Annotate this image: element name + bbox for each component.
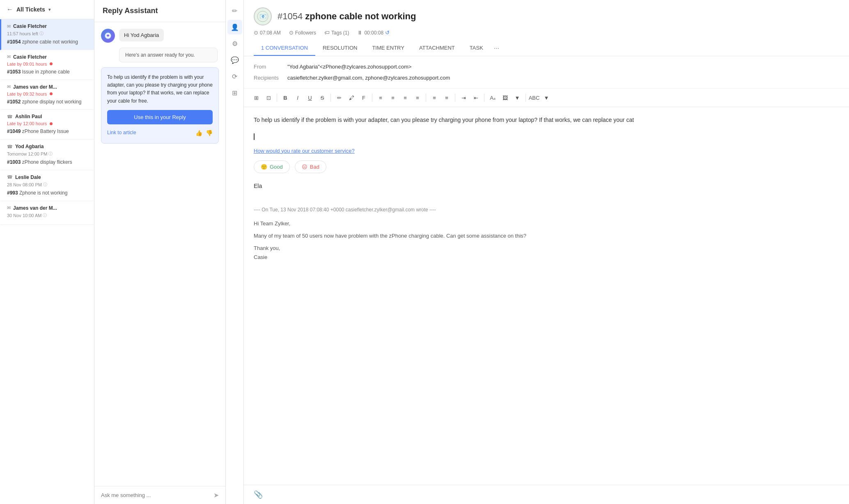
tab-time-entry[interactable]: TIME ENTRY xyxy=(365,41,412,56)
email-meta: From "Yod Agbaria"<zPhone@zylcares.zohos… xyxy=(244,56,849,89)
toolbar-copy-icon[interactable]: ⊡ xyxy=(263,92,274,103)
dropdown-arrow-icon[interactable]: ▾ xyxy=(48,7,51,12)
ticket-meta-row: ⊙ 07:08 AM ⊙ Followers 🏷 Tags (1) ⏸ 00:0… xyxy=(254,30,839,36)
toolbar-align-right[interactable]: ≡ xyxy=(399,92,411,103)
back-button[interactable]: ← xyxy=(7,6,13,13)
edit-icon[interactable]: ✏ xyxy=(227,3,242,18)
reply-assistant-panel: Reply Assistant Hi Yod Agbaria Here's an… xyxy=(94,0,226,504)
pause-icon[interactable]: ⏸ xyxy=(357,30,363,36)
use-reply-button[interactable]: Use this in your Reply xyxy=(107,110,213,124)
toolbar-more[interactable]: ▼ xyxy=(512,92,523,103)
rating-buttons: 🙂 Good ☹ Bad xyxy=(254,160,839,173)
toolbar-sep-5 xyxy=(455,94,455,102)
ticket-time: Late by 09:32 hours xyxy=(7,92,88,96)
toolbar-highlight[interactable]: 🖍 xyxy=(346,92,357,103)
toolbar-bold[interactable]: B xyxy=(280,92,291,103)
ticket-time: 11:57 hours left ⓘ xyxy=(7,31,88,37)
editor-toolbar: ⊞ ⊡ B I U S ✏ 🖍 F ≡ ≡ ≡ ≡ ≡ ≡ ⇥ ⇤ Aₐ 🖼 ▼ xyxy=(244,89,849,107)
ticket-type-icon: ☎ xyxy=(7,174,13,180)
toolbar-image[interactable]: 🖼 xyxy=(499,92,511,103)
toolbar-font[interactable]: F xyxy=(358,92,369,103)
attachment-icon[interactable]: 📎 xyxy=(254,490,263,499)
ticket-author: Leslie Dale xyxy=(15,174,41,180)
toolbar-abc-dropdown[interactable]: ▼ xyxy=(541,92,552,103)
good-emoji: 🙂 xyxy=(261,164,267,170)
ticket-header: 📧 #1054 zphone cable not working ⊙ 07:08… xyxy=(244,0,849,56)
tab-1-conversation[interactable]: 1 CONVERSATION xyxy=(254,41,315,56)
ticket-avatar: 📧 xyxy=(254,7,272,25)
send-icon[interactable]: ➤ xyxy=(213,491,219,499)
settings-icon[interactable]: ⚙ xyxy=(227,36,242,51)
tab-attachment[interactable]: ATTACHMENT xyxy=(412,41,462,56)
ticket-type-icon: ☎ xyxy=(7,144,13,149)
chat-input[interactable] xyxy=(101,492,210,498)
ticket-timer[interactable]: ⏸ 00:00:08 ↺ xyxy=(357,30,390,36)
reply-assistant-title: Reply Assistant xyxy=(103,7,158,15)
greeting-bubble: Hi Yod Agbaria xyxy=(119,29,164,41)
ticket-title-row: 📧 #1054 zphone cable not working xyxy=(254,7,839,25)
thumbs-down-icon[interactable]: 👎 xyxy=(206,128,213,137)
toolbar-outdent[interactable]: ⇤ xyxy=(470,92,482,103)
toolbar-align-left[interactable]: ≡ xyxy=(375,92,386,103)
link-to-article[interactable]: Link to article 👍 👎 xyxy=(107,128,213,137)
toolbar-sep-1 xyxy=(277,94,277,102)
editor-content[interactable]: To help us identify if the problem is wi… xyxy=(244,107,849,485)
from-label: From xyxy=(254,64,282,70)
from-value: "Yod Agbaria"<zPhone@zylcares.zohosuppor… xyxy=(287,64,411,70)
ticket-item-6[interactable]: ✉ James van der M... 30 Nov 10:00 AM ⓘ xyxy=(0,201,94,225)
ticket-subject: #1053 Issue in zphone cable xyxy=(7,69,88,76)
toolbar-sep-3 xyxy=(372,94,372,102)
toolbar-italic[interactable]: I xyxy=(292,92,303,103)
recipients-label: Recipients xyxy=(254,75,282,81)
ticket-item-1[interactable]: ✉ Casie Fletcher Late by 09:01 hours #10… xyxy=(0,50,94,80)
ticket-type-icon: ✉ xyxy=(7,54,11,60)
ticket-item-4[interactable]: ☎ Yod Agbaria Tomorrow 12:00 PM ⓘ #1003 … xyxy=(0,140,94,170)
ticket-time: ⊙ 07:08 AM xyxy=(254,30,281,36)
toolbar-align-justify[interactable]: ≡ xyxy=(412,92,423,103)
bot-greeting-message: Hi Yod Agbaria xyxy=(101,29,219,43)
ticket-subject: #993 Zphone is not working xyxy=(7,190,88,197)
ticket-item-5[interactable]: ☎ Leslie Dale 28 Nov 08:00 PM ⓘ #993 Zph… xyxy=(0,170,94,201)
ticket-item-2[interactable]: ✉ James van der M... Late by 09:32 hours… xyxy=(0,80,94,110)
ticket-item-3[interactable]: ☎ Ashlin Paul Late by 12:00 hours #1049 … xyxy=(0,110,94,140)
toolbar-align-center[interactable]: ≡ xyxy=(387,92,399,103)
toolbar-indent[interactable]: ⇥ xyxy=(458,92,469,103)
ticket-item-0[interactable]: ✉ Casie Fletcher 11:57 hours left ⓘ #105… xyxy=(0,19,94,50)
tab-more-button[interactable]: ⋯ xyxy=(491,41,503,55)
ticket-followers[interactable]: ⊙ Followers xyxy=(289,30,316,36)
rating-link[interactable]: How would you rate our customer service? xyxy=(254,147,839,156)
from-field: From "Yod Agbaria"<zPhone@zylcares.zohos… xyxy=(254,61,839,72)
bad-button[interactable]: ☹ Bad xyxy=(295,160,326,173)
thumbs-up-icon[interactable]: 👍 xyxy=(195,128,202,137)
history-icon[interactable]: ⟳ xyxy=(227,69,242,84)
toolbar-format[interactable]: Aₐ xyxy=(487,92,498,103)
system-message: Here's an answer ready for you. xyxy=(119,48,218,62)
toolbar-insert-icon[interactable]: ⊞ xyxy=(250,92,262,103)
layers-icon[interactable]: ⊞ xyxy=(227,85,242,100)
toolbar-list-ul[interactable]: ≡ xyxy=(429,92,440,103)
good-button[interactable]: 🙂 Good xyxy=(254,160,290,173)
ticket-subject: #1003 zPhone display flickers xyxy=(7,159,88,166)
toolbar-list-ol[interactable]: ≡ xyxy=(441,92,452,103)
followers-icon: ⊙ xyxy=(289,30,294,36)
toolbar-underline[interactable]: U xyxy=(304,92,316,103)
cursor-area[interactable] xyxy=(254,132,839,142)
ticket-author: Yod Agbaria xyxy=(15,144,44,149)
tab-resolution[interactable]: RESOLUTION xyxy=(315,41,365,56)
chat-icon[interactable]: 💬 xyxy=(227,53,242,67)
ticket-tags[interactable]: 🏷 Tags (1) xyxy=(324,30,349,36)
svg-point-1 xyxy=(107,35,109,37)
ticket-author: James van der M... xyxy=(13,84,57,90)
toolbar-abc[interactable]: ABC xyxy=(528,92,540,103)
toolbar-strikethrough[interactable]: S xyxy=(317,92,328,103)
toolbar-sep-4 xyxy=(426,94,426,102)
toolbar-pencil[interactable]: ✏ xyxy=(333,92,345,103)
user-icon[interactable]: 👤 xyxy=(227,20,242,34)
toolbar-sep-6 xyxy=(484,94,484,102)
ticket-title: #1054 zphone cable not working xyxy=(278,11,416,21)
ticket-full-title: #1054 zphone cable not working xyxy=(278,11,416,22)
ticket-sidebar: ← All Tickets ▾ ✉ Casie Fletcher 11:57 h… xyxy=(0,0,94,504)
tab-task[interactable]: TASK xyxy=(462,41,491,56)
refresh-icon[interactable]: ↺ xyxy=(385,30,390,36)
ticket-type-icon: ✉ xyxy=(7,24,11,29)
